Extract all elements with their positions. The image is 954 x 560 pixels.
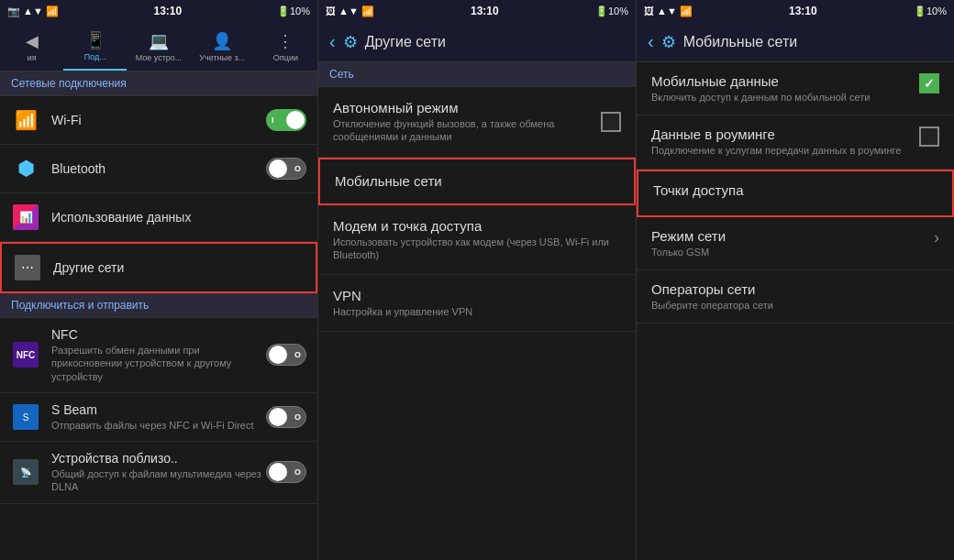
access-points-title: Точки доступа	[653, 182, 937, 198]
data-usage-text: Использование данных	[51, 210, 306, 225]
item-tethering[interactable]: Модем и точка доступа Использовать устро…	[318, 205, 636, 276]
airplane-content: Автономный режим Отключение функций вызо…	[333, 100, 601, 144]
panel-connections: 📷 ▲▼ 📶 13:10 🔋10% ◀ ия 📱 Под... 💻 Мое ус…	[0, 0, 318, 560]
sbeam-subtitle: Отправить файлы через NFC и Wi-Fi Direct	[51, 419, 266, 432]
nfc-subtitle: Разрешить обмен данными при прикосновени…	[51, 344, 266, 383]
item-mobile-data[interactable]: Мобильные данные Включить доступ к данны…	[637, 62, 954, 115]
sbeam-icon: S	[11, 402, 40, 432]
bluetooth-text: Bluetooth	[51, 161, 266, 176]
signal-icon: 📶	[46, 5, 59, 17]
section-network-connections: Сетевые подключения	[0, 71, 317, 96]
nfc-icon: NFC	[11, 340, 40, 369]
menu-item-nfc[interactable]: NFC NFC Разрешить обмен данными при прик…	[0, 318, 317, 393]
menu-item-nearby[interactable]: 📡 Устройства поблизо.. Общий доступ к фа…	[0, 442, 317, 504]
status-right-2: 🔋10%	[595, 5, 628, 17]
nav-header-3: ‹ ⚙ Мобильные сети	[637, 22, 954, 62]
tethering-title: Модем и точка доступа	[333, 218, 621, 234]
status-bar-2: 🖼 ▲▼ 📶 13:10 🔋10%	[318, 0, 636, 22]
tethering-subtitle: Использовать устройство как модем (через…	[333, 236, 621, 262]
sbeam-title: S Beam	[51, 402, 266, 417]
menu-item-data-usage[interactable]: 📊 Использование данных	[0, 193, 317, 242]
nfc-text: NFC Разрешить обмен данными при прикосно…	[51, 327, 266, 383]
tab-options[interactable]: ⋮ Опции	[254, 22, 317, 71]
item-vpn[interactable]: VPN Настройка и управление VPN	[318, 275, 636, 332]
section-network-2: Сеть	[318, 62, 636, 87]
nfc-toggle[interactable]: O	[266, 344, 306, 366]
signal-2: 📶	[361, 5, 374, 17]
tab-back-label: ия	[28, 53, 37, 62]
tab-device[interactable]: 💻 Мое устро...	[127, 22, 190, 71]
bt-toggle-knob	[269, 159, 287, 178]
mobile-data-checkbox[interactable]	[919, 73, 939, 93]
mobile-data-title: Мобильные данные	[651, 73, 919, 89]
network-mode-subtitle: Только GSM	[651, 246, 934, 258]
network-operators-content: Операторы сети Выберите оператора сети	[651, 281, 939, 312]
data-usage-title: Использование данных	[51, 210, 306, 225]
vpn-title: VPN	[333, 288, 621, 303]
wifi-title: Wi-Fi	[51, 113, 266, 127]
data-usage-icon: 📊	[11, 203, 40, 232]
network-mode-title: Режим сети	[651, 228, 934, 244]
status-right-3: 🔋10%	[914, 5, 947, 17]
status-bar-3: 🖼 ▲▼ 📶 13:10 🔋10%	[637, 0, 954, 22]
panel-other-networks: 🖼 ▲▼ 📶 13:10 🔋10% ‹ ⚙ Другие сети Сеть А…	[318, 0, 637, 560]
signal-3: 📶	[680, 5, 693, 17]
panel2-content: Сеть Автономный режим Отключение функций…	[318, 62, 636, 560]
wifi-toggle[interactable]: I	[266, 109, 306, 131]
status-time-1: 13:10	[154, 5, 183, 17]
status-icons-left-2: 🖼 ▲▼ 📶	[326, 5, 374, 17]
item-airplane[interactable]: Автономный режим Отключение функций вызо…	[318, 87, 636, 158]
status-time-2: 13:10	[471, 5, 499, 17]
bluetooth-icon: ⬢	[11, 154, 40, 183]
data-roaming-checkbox[interactable]	[919, 126, 939, 147]
status-time-3: 13:10	[789, 5, 817, 17]
network-mode-content: Режим сети Только GSM	[651, 228, 934, 258]
data-roaming-subtitle: Подключение к услугам передачи данных в …	[651, 144, 919, 157]
network-operators-subtitle: Выберите оператора сети	[651, 299, 939, 312]
wifi-status-2: ▲▼	[338, 5, 359, 16]
tab-device-label: Мое устро...	[136, 53, 183, 62]
nav-header-2: ‹ ⚙ Другие сети	[318, 22, 636, 62]
nearby-subtitle: Общий доступ к файлам мультимедиа через …	[51, 467, 266, 494]
sbeam-toggle[interactable]: O	[266, 406, 306, 428]
other-networks-text: Другие сети	[53, 260, 305, 275]
tab-bar-1: ◀ ия 📱 Под... 💻 Мое устро... 👤 Учетные з…	[0, 22, 317, 71]
nearby-title: Устройства поблизо..	[51, 451, 266, 466]
menu-item-wifi[interactable]: 📶 Wi-Fi I	[0, 96, 317, 145]
vpn-content: VPN Настройка и управление VPN	[333, 288, 621, 318]
data-roaming-title: Данные в роуминге	[651, 126, 919, 142]
item-mobile-networks[interactable]: Мобильные сети	[318, 158, 636, 205]
mobile-data-subtitle: Включить доступ к данным по мобильной се…	[651, 91, 919, 104]
menu-item-sbeam[interactable]: S S Beam Отправить файлы через NFC и Wi-…	[0, 393, 317, 442]
tab-back[interactable]: ◀ ия	[0, 22, 63, 71]
item-network-mode[interactable]: Режим сети Только GSM ›	[637, 217, 954, 270]
nearby-toggle[interactable]: O	[266, 461, 306, 483]
panel-mobile-networks: 🖼 ▲▼ 📶 13:10 🔋10% ‹ ⚙ Мобильные сети Моб…	[637, 0, 954, 560]
nav-icon-3: ⚙	[661, 32, 676, 52]
status-left-3: 🖼 ▲▼ 📶	[644, 5, 693, 17]
camera-icon: 📷	[7, 5, 20, 17]
accounts-icon: 👤	[212, 31, 232, 51]
nearby-text: Устройства поблизо.. Общий доступ к файл…	[51, 451, 266, 494]
nav-back-2[interactable]: ‹	[329, 31, 336, 52]
tab-options-label: Опции	[273, 53, 298, 62]
tethering-content: Модем и точка доступа Использовать устро…	[333, 218, 621, 262]
network-mode-chevron: ›	[934, 228, 939, 247]
tab-accounts[interactable]: 👤 Учетные з...	[191, 22, 254, 71]
img-icon-3: 🖼	[644, 5, 654, 16]
tab-connections[interactable]: 📱 Под...	[63, 22, 127, 71]
airplane-checkbox[interactable]	[601, 112, 621, 132]
bluetooth-toggle[interactable]: O	[266, 158, 306, 180]
menu-item-bluetooth[interactable]: ⬢ Bluetooth O	[0, 145, 317, 193]
menu-item-other-networks[interactable]: ⋯ Другие сети	[0, 242, 317, 293]
nav-title-3: Мобильные сети	[683, 34, 798, 50]
bluetooth-title: Bluetooth	[51, 161, 266, 176]
network-operators-title: Операторы сети	[651, 281, 939, 297]
item-data-roaming[interactable]: Данные в роуминге Подключение к услугам …	[637, 115, 954, 169]
item-network-operators[interactable]: Операторы сети Выберите оператора сети	[637, 270, 954, 324]
nav-icon-2: ⚙	[343, 32, 358, 52]
status-icons-right: 🔋10%	[277, 5, 310, 17]
nav-back-3[interactable]: ‹	[648, 31, 654, 52]
battery-icon: 🔋10%	[277, 5, 310, 17]
item-access-points[interactable]: Точки доступа	[637, 170, 954, 217]
